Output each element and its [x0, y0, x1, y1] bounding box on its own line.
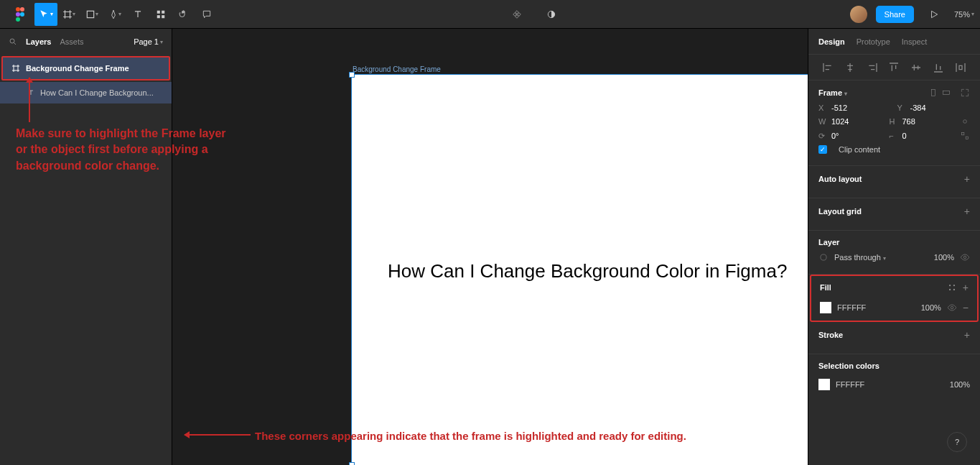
- selection-colors-label: Selection colors: [818, 362, 970, 370]
- svg-point-1: [20, 7, 24, 11]
- clip-content-label: Clip content: [839, 145, 880, 154]
- align-hcenter-icon[interactable]: [844, 62, 856, 73]
- distribute-icon[interactable]: [955, 62, 966, 73]
- auto-layout-label: Auto layout: [818, 175, 964, 183]
- layers-tab[interactable]: Layers: [26, 37, 51, 46]
- selected-frame[interactable]: How Can I Change Background Color in Fig…: [351, 74, 808, 465]
- assets-tab[interactable]: Assets: [60, 37, 83, 46]
- resize-handle-tl[interactable]: [349, 72, 355, 78]
- svg-rect-6: [157, 10, 160, 13]
- canvas[interactable]: Background Change Frame How Can I Change…: [172, 29, 808, 465]
- blend-mode-select[interactable]: Pass through ▾: [834, 253, 886, 262]
- layer-text[interactable]: How Can I Change Backgroun...: [0, 82, 172, 103]
- width-input[interactable]: 1024: [831, 117, 849, 126]
- fill-label: Fill: [820, 283, 947, 292]
- svg-rect-17: [966, 137, 969, 139]
- svg-rect-14: [932, 89, 935, 96]
- independent-corners-icon[interactable]: [960, 131, 970, 141]
- left-panel: Layers Assets Page 1 ▾ Background Change…: [0, 29, 172, 465]
- fill-opacity-input[interactable]: 100%: [921, 303, 941, 312]
- layer-opacity-input[interactable]: 100%: [934, 253, 954, 262]
- annotation-text-1: Make sure to highlight the Frame layer o…: [16, 126, 231, 174]
- visibility-icon[interactable]: [960, 252, 970, 262]
- prototype-tab[interactable]: Prototype: [857, 37, 890, 46]
- frame-icon: [11, 64, 20, 73]
- svg-point-20: [949, 285, 951, 286]
- svg-point-23: [953, 289, 955, 290]
- svg-rect-8: [157, 15, 160, 18]
- svg-point-21: [953, 285, 955, 286]
- blend-mode-icon[interactable]: [818, 252, 829, 262]
- resources-tool[interactable]: [149, 3, 172, 26]
- svg-rect-5: [87, 11, 93, 17]
- hand-tool[interactable]: [172, 3, 195, 26]
- align-top-icon[interactable]: [888, 62, 900, 73]
- add-layout-grid-button[interactable]: +: [964, 206, 970, 217]
- present-button[interactable]: [923, 3, 946, 26]
- height-input[interactable]: 768: [902, 117, 915, 126]
- svg-point-11: [10, 39, 14, 43]
- radius-input[interactable]: 0: [902, 132, 907, 140]
- style-icon[interactable]: [947, 282, 957, 293]
- x-input[interactable]: -512: [831, 103, 847, 112]
- align-bottom-icon[interactable]: [933, 62, 944, 73]
- frame-tool[interactable]: ▾: [57, 3, 80, 26]
- selection-hex: FFFFFF: [836, 380, 864, 389]
- zoom-level[interactable]: 75% ▾: [954, 10, 974, 19]
- y-input[interactable]: -384: [910, 103, 926, 112]
- svg-point-3: [20, 12, 24, 17]
- svg-point-19: [963, 256, 966, 259]
- share-button[interactable]: Share: [876, 6, 914, 23]
- inspect-tab[interactable]: Inspect: [902, 37, 927, 46]
- search-icon[interactable]: [9, 37, 17, 46]
- design-tab[interactable]: Design: [818, 37, 845, 46]
- mask-icon[interactable]: [540, 3, 563, 26]
- fill-hex-input[interactable]: FFFFFF: [837, 303, 866, 312]
- frame-content-text: How Can I Change Background Color in Fig…: [388, 260, 787, 282]
- add-fill-button[interactable]: +: [963, 282, 969, 293]
- resize-handle-bl[interactable]: [349, 462, 355, 465]
- help-button[interactable]: ?: [947, 432, 967, 452]
- align-vcenter-icon[interactable]: [910, 62, 922, 73]
- orientation-portrait-icon[interactable]: [928, 88, 938, 98]
- selection-swatch[interactable]: [818, 379, 830, 390]
- page-selector[interactable]: Page 1 ▾: [134, 37, 163, 46]
- rotation-input[interactable]: 0°: [831, 132, 839, 140]
- annotation-text-2: These corners appearing indicate that th…: [255, 428, 937, 443]
- fill-swatch[interactable]: [820, 302, 831, 313]
- svg-point-22: [949, 289, 951, 290]
- svg-rect-16: [961, 132, 964, 135]
- align-right-icon[interactable]: [867, 62, 878, 73]
- comment-tool[interactable]: [195, 3, 218, 26]
- constrain-proportions-icon[interactable]: [960, 116, 970, 126]
- remove-fill-button[interactable]: −: [963, 302, 969, 313]
- add-auto-layout-button[interactable]: +: [964, 173, 970, 185]
- text-tool[interactable]: [126, 3, 149, 26]
- annotation-arrow-2: [185, 434, 251, 436]
- canvas-frame-label[interactable]: Background Change Frame: [353, 65, 441, 73]
- figma-logo-menu[interactable]: [6, 0, 34, 29]
- pen-tool[interactable]: ▾: [103, 3, 126, 26]
- right-panel: Design Prototype Inspect Frame ▾ X-512 Y…: [808, 29, 980, 465]
- annotation-arrow-1: [29, 78, 30, 122]
- layer-section-label: Layer: [818, 238, 970, 247]
- layout-grid-label: Layout grid: [818, 207, 964, 216]
- top-toolbar: ▾ ▾ ▾ ▾ Share: [0, 0, 980, 29]
- move-tool[interactable]: ▾: [34, 3, 57, 26]
- components-icon[interactable]: [505, 3, 528, 26]
- shape-tool[interactable]: ▾: [80, 3, 103, 26]
- svg-point-4: [16, 17, 20, 22]
- frame-preset-select[interactable]: Frame ▾: [818, 88, 928, 97]
- user-avatar[interactable]: [850, 6, 867, 23]
- selection-opacity: 100%: [950, 380, 970, 389]
- clip-content-checkbox[interactable]: [818, 145, 827, 154]
- svg-point-24: [951, 306, 953, 309]
- orientation-landscape-icon[interactable]: [941, 88, 951, 98]
- resize-to-fit-icon[interactable]: [960, 88, 970, 98]
- svg-rect-9: [162, 15, 164, 18]
- svg-point-18: [821, 254, 826, 260]
- add-stroke-button[interactable]: +: [964, 329, 970, 341]
- fill-visibility-icon[interactable]: [947, 303, 957, 313]
- align-left-icon[interactable]: [822, 62, 834, 73]
- stroke-label: Stroke: [818, 331, 964, 339]
